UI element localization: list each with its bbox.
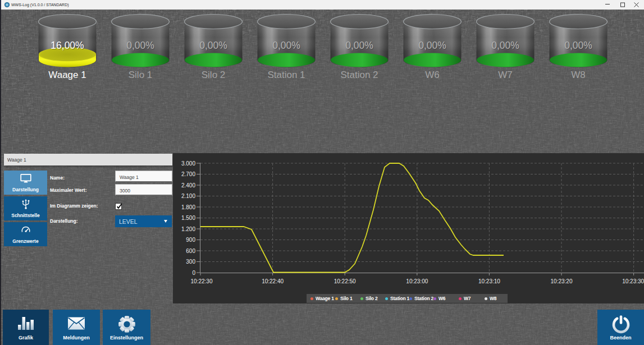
svg-text:600: 600 — [186, 248, 195, 254]
svg-text:10:23:10: 10:23:10 — [478, 278, 500, 284]
svg-text:3.000: 3.000 — [181, 160, 195, 167]
svg-text:900: 900 — [186, 237, 195, 243]
svg-text:16,00%: 16,00% — [51, 40, 84, 51]
svg-text:0,00%: 0,00% — [491, 40, 519, 51]
svg-text:2.100: 2.100 — [181, 193, 195, 199]
svg-text:10:23:00: 10:23:00 — [406, 278, 428, 284]
svg-text:0,00%: 0,00% — [564, 40, 592, 51]
svg-text:0,00%: 0,00% — [345, 40, 373, 51]
svg-text:300: 300 — [186, 259, 195, 265]
svg-text:1.500: 1.500 — [181, 215, 195, 221]
svg-text:10:22:50: 10:22:50 — [334, 278, 356, 284]
svg-text:0,00%: 0,00% — [418, 40, 446, 51]
svg-text:1.800: 1.800 — [181, 204, 195, 210]
svg-text:10:22:30: 10:22:30 — [191, 278, 213, 284]
svg-text:0,00%: 0,00% — [272, 40, 300, 51]
svg-text:0,00%: 0,00% — [199, 40, 227, 51]
svg-text:10:22:40: 10:22:40 — [262, 278, 284, 284]
svg-text:10:23:30: 10:23:30 — [622, 278, 644, 284]
svg-text:2.700: 2.700 — [181, 171, 195, 177]
svg-text:0,00%: 0,00% — [126, 40, 154, 51]
svg-text:10:23:20: 10:23:20 — [551, 278, 573, 284]
svg-text:2.400: 2.400 — [181, 182, 195, 188]
svg-text:1.200: 1.200 — [181, 226, 195, 232]
svg-text:0: 0 — [192, 270, 195, 276]
